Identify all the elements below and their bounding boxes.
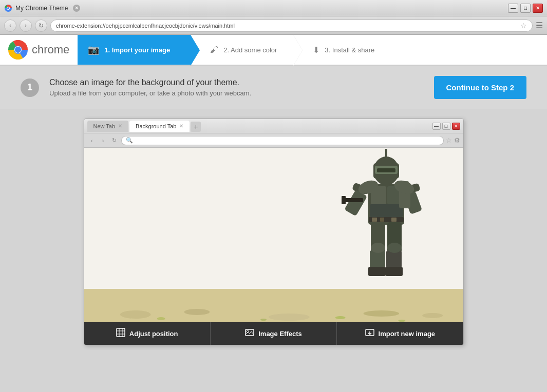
continue-step2-button[interactable]: Continue to Step 2 [434,76,527,99]
new-tab-close-icon[interactable]: ✕ [118,123,122,129]
background-tab-close-icon[interactable]: ✕ [179,123,183,129]
preview-toolbar: Adjust position Image Effects [84,322,463,345]
address-bar[interactable]: chrome-extension://oehpjpccmlcalbenfhnac… [50,19,533,32]
navigation-bar: ‹ › ↻ chrome-extension://oehpjpccmlcalbe… [0,16,547,35]
preview-wrapper: New Tab ✕ Background Tab ✕ + — □ ✕ [0,109,547,355]
preview-back-button[interactable]: ‹ [87,136,97,145]
image-effects-label: Image Effects [258,330,302,338]
chrome-menu-icon[interactable]: ☰ [536,21,543,30]
step1-tab[interactable]: 📷 1. Import your image [78,35,191,65]
steps-header: chrome 📷 1. Import your image 🖌 2. Add s… [0,35,547,66]
svg-rect-45 [380,218,384,222]
import-new-image-button[interactable]: Import new image [337,322,463,345]
svg-point-9 [184,309,210,315]
camera-icon: 📷 [88,44,99,55]
new-tab-tab[interactable]: New Tab ✕ [87,121,129,132]
svg-point-11 [363,310,399,317]
new-tab-button[interactable]: + [191,122,201,132]
svg-point-12 [422,313,443,318]
adjust-position-button[interactable]: Adjust position [84,322,211,345]
title-bar-left: My Chrome Theme ✕ [4,4,80,12]
step2-tab[interactable]: 🖌 2. Add some color [191,35,293,65]
step-number-badge: 1 [21,79,39,97]
ground-svg [84,289,463,322]
svg-point-13 [157,317,165,320]
svg-point-39 [387,243,402,253]
image-effects-button[interactable]: Image Effects [211,322,337,345]
back-button[interactable]: ‹ [4,19,16,32]
svg-rect-25 [377,168,395,172]
search-icon: 🔍 [126,137,133,144]
svg-point-15 [335,316,345,319]
download-icon: ⬇ [313,45,319,55]
svg-rect-47 [385,149,387,158]
preview-image-area [84,148,463,322]
preview-nav-bar: ‹ › ↻ 🔍 ☆ ⚙ [84,133,463,148]
svg-point-8 [120,310,150,319]
svg-rect-35 [370,250,385,268]
forward-button[interactable]: › [20,19,32,32]
preview-maximize-button[interactable]: □ [442,123,450,130]
address-text: chrome-extension://oehpjpccmlcalbenfhnac… [56,23,235,29]
tab-title-text: My Chrome Theme [15,5,68,12]
import-new-image-icon [365,328,374,339]
close-button[interactable]: ✕ [533,4,543,13]
svg-point-2 [7,7,9,9]
main-content: chrome 📷 1. Import your image 🖌 2. Add s… [0,35,547,392]
adjust-position-label: Adjust position [129,330,178,338]
step3-label: 3. Install & share [325,46,374,54]
chrome-brand-text: chrome [32,43,69,56]
new-tab-label: New Tab [93,123,116,129]
svg-rect-48 [117,328,125,337]
image-effects-icon [245,328,254,339]
preview-address-bar[interactable]: 🔍 [121,136,444,145]
paintbrush-icon: 🖌 [210,45,218,54]
background-tab-label: Background Tab [136,123,176,129]
preview-title-bar: New Tab ✕ Background Tab ✕ + — □ ✕ [84,119,463,133]
preview-minimize-button[interactable]: — [432,123,441,130]
tab-close-button[interactable]: ✕ [73,5,80,12]
svg-point-10 [269,313,310,321]
adjust-position-icon [116,328,125,339]
bounty-hunter-svg [340,148,432,291]
maximize-button[interactable]: □ [520,4,531,13]
chrome-logo: chrome [0,35,78,65]
info-title: Choose an image for the background of yo… [49,78,424,87]
svg-rect-20 [370,204,403,217]
svg-point-16 [398,320,405,322]
refresh-button[interactable]: ↻ [35,19,47,32]
preview-tabs: New Tab ✕ Background Tab ✕ + [87,121,201,132]
chrome-logo-icon [8,40,28,60]
preview-bookmark-icon[interactable]: ☆ [446,136,452,144]
browser-preview: New Tab ✕ Background Tab ✕ + — □ ✕ [84,119,464,345]
window-controls: — □ ✕ [508,4,543,13]
minimize-button[interactable]: — [508,4,518,13]
bookmark-star-icon[interactable]: ☆ [520,22,527,30]
svg-point-6 [15,47,21,53]
info-text-block: Choose an image for the background of yo… [49,78,424,97]
svg-rect-53 [246,329,254,336]
step2-label: 2. Add some color [223,46,277,54]
title-bar: My Chrome Theme ✕ — □ ✕ [0,0,547,16]
svg-rect-31 [342,196,346,204]
ground-area [84,289,463,322]
svg-rect-44 [372,218,377,222]
character-figure [340,148,432,291]
svg-rect-40 [368,267,386,276]
svg-point-14 [260,319,267,321]
tab-favicon [4,4,12,12]
preview-forward-button[interactable]: › [99,136,108,145]
preview-refresh-button[interactable]: ↻ [110,136,119,145]
preview-close-button[interactable]: ✕ [452,123,460,130]
svg-rect-37 [386,250,402,268]
svg-point-38 [371,243,385,253]
import-new-image-label: Import new image [379,330,436,338]
svg-rect-41 [385,267,403,276]
background-tab-tab[interactable]: Background Tab ✕ [129,121,190,132]
svg-rect-46 [391,218,397,222]
step3-tab[interactable]: ⬇ 3. Install & share [293,35,396,65]
info-row: 1 Choose an image for the background of … [0,66,547,109]
preview-menu-icon[interactable]: ⚙ [454,136,460,144]
preview-window-controls: — □ ✕ [432,123,460,130]
info-subtitle: Upload a file from your computer, or tak… [49,89,424,97]
